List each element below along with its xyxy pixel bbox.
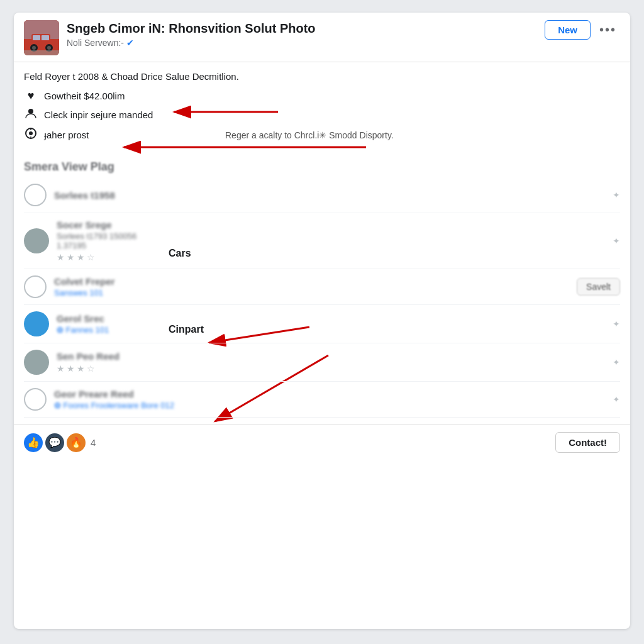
item-subtitle-4: ✿ Fannes 101 <box>57 325 613 335</box>
listing-photo <box>24 20 59 55</box>
svg-point-17 <box>47 46 51 50</box>
location-row: ɟaher prost Reger a acalty to Chrcl.i✳ S… <box>24 127 620 143</box>
reaction-count: 4 <box>91 437 96 448</box>
list-item: Colvet Freper Sanswes 101 Savelt <box>24 269 620 305</box>
item-content-1: Sorlees t1958 <box>54 190 613 201</box>
listing-description: Feld Royer t 2008 & Choad Drice Salue De… <box>24 71 620 82</box>
svg-rect-13 <box>42 35 49 40</box>
person-icon <box>24 108 38 122</box>
item-avatar-5 <box>24 350 49 375</box>
cars-label: Cars <box>169 248 191 259</box>
contact-button[interactable]: Contact! <box>555 432 620 453</box>
new-button[interactable]: New <box>545 20 591 40</box>
item-content-6: Geor Preare Reed ✿ Foores Froolersware B… <box>54 389 613 410</box>
star-icon: ★ <box>67 252 75 262</box>
annotation-text: Reger a acalty to Chrcl.i✳ Smodd Disport… <box>225 130 394 140</box>
marketplace-card: Sngeb Cimor iN: Rhonsvition Solut Photo … <box>14 13 630 629</box>
list-item: Sorlees t1958 ✦ <box>24 177 620 213</box>
reaction-fire[interactable]: 🔥 <box>67 433 86 452</box>
star-empty-icon: ☆ <box>87 252 95 262</box>
cinpart-label: Cinpart <box>169 324 204 335</box>
item-action-4: ✦ <box>613 319 620 329</box>
list-item: Sen Peo Reed ★ ★ ★ ☆ ✦ <box>24 343 620 382</box>
seller-info-text: Cleck inpir sejure manded <box>44 109 153 120</box>
star-icon: ★ <box>57 364 65 374</box>
listing-avatar <box>24 20 59 55</box>
reactions-group: 👍 💬 🔥 4 <box>24 433 96 452</box>
item-action-2: ✦ <box>613 236 620 246</box>
item-action-5: ✦ <box>613 357 620 367</box>
item-title-4: Gerol Srec <box>57 313 613 324</box>
seller-row: Cleck inpir sejure manded <box>24 108 620 122</box>
reaction-thumbs-up[interactable]: 👍 <box>24 433 43 452</box>
item-content-3: Colvet Freper Sanswes 101 <box>54 276 577 297</box>
list-item: Geor Preare Reed ✿ Foores Froolersware B… <box>24 382 620 418</box>
card-header: Sngeb Cimor iN: Rhonsvition Solut Photo … <box>14 13 630 62</box>
item-title-1: Sorlees t1958 <box>54 190 613 201</box>
svg-rect-12 <box>33 35 40 40</box>
item-subtitle-2: Sorlees t1793 1500561.37195 <box>57 231 613 250</box>
item-title-2: Socer Srege <box>57 219 613 230</box>
listing-subtitle: Noli Servewn:- ✔ <box>67 38 537 48</box>
star-icon: ★ <box>77 252 85 262</box>
verified-icon: ✔ <box>126 38 134 48</box>
item-title-3: Colvet Freper <box>54 276 577 287</box>
saveit-button[interactable]: Savelt <box>577 278 620 296</box>
body-content: Feld Royer t 2008 & Choad Drice Salue De… <box>14 62 630 154</box>
item-content-4: Gerol Srec ✿ Fannes 101 <box>57 313 613 335</box>
item-avatar-4 <box>24 311 49 336</box>
header-title-block: Sngeb Cimor iN: Rhonsvition Solut Photo … <box>67 20 537 48</box>
section-title: Smera View Plag <box>14 154 630 177</box>
list-section: Sorlees t1958 ✦ Socer Srege Sorlees t179… <box>14 177 630 418</box>
item-subtitle-3: Sanswes 101 <box>54 288 577 297</box>
listing-title: Sngeb Cimor iN: Rhonsvition Solut Photo <box>67 20 537 36</box>
list-item: Socer Srege Sorlees t1793 1500561.37195 … <box>24 213 620 269</box>
svg-point-21 <box>29 131 33 135</box>
star-icon: ★ <box>67 364 75 374</box>
price-row: ♥ Gowtheit $42.00lim <box>24 89 620 103</box>
svg-point-19 <box>28 109 33 114</box>
star-empty-icon: ☆ <box>87 364 95 374</box>
seller-name: Noli Servewn:- <box>67 38 124 48</box>
header-actions: New ••• <box>545 20 620 40</box>
item-avatar-2 <box>24 228 49 253</box>
svg-point-16 <box>32 46 36 50</box>
item-avatar-6 <box>24 388 47 411</box>
item-action-6: ✦ <box>613 394 620 404</box>
item-avatar-3 <box>24 275 47 298</box>
item-title-5: Sen Peo Reed <box>57 351 613 362</box>
star-icon: ★ <box>77 364 85 374</box>
price-text: Gowtheit $42.00lim <box>44 91 125 101</box>
item-title-6: Geor Preare Reed <box>54 389 613 399</box>
item-action-1: ✦ <box>613 190 620 200</box>
reaction-comment[interactable]: 💬 <box>45 433 64 452</box>
item-avatar-1 <box>24 184 47 206</box>
star-icon: ★ <box>57 252 65 262</box>
stars-row-2: ★ ★ ★ ☆ <box>57 252 613 262</box>
more-options-button[interactable]: ••• <box>596 20 620 40</box>
item-content-2: Socer Srege Sorlees t1793 1500561.37195 … <box>57 219 613 262</box>
item-subtitle-6: ✿ Foores Froolersware Bore 012 <box>54 401 613 410</box>
item-content-5: Sen Peo Reed ★ ★ ★ ☆ <box>57 351 613 374</box>
location-icon <box>24 127 38 143</box>
svg-rect-18 <box>24 50 59 55</box>
list-item: Gerol Srec ✿ Fannes 101 ✦ Cinpart <box>24 305 620 343</box>
heart-icon: ♥ <box>24 89 38 103</box>
card-footer: 👍 💬 🔥 4 Contact! <box>14 424 630 460</box>
stars-row-5: ★ ★ ★ ☆ <box>57 364 613 374</box>
location-text: ɟaher prost <box>44 130 89 141</box>
